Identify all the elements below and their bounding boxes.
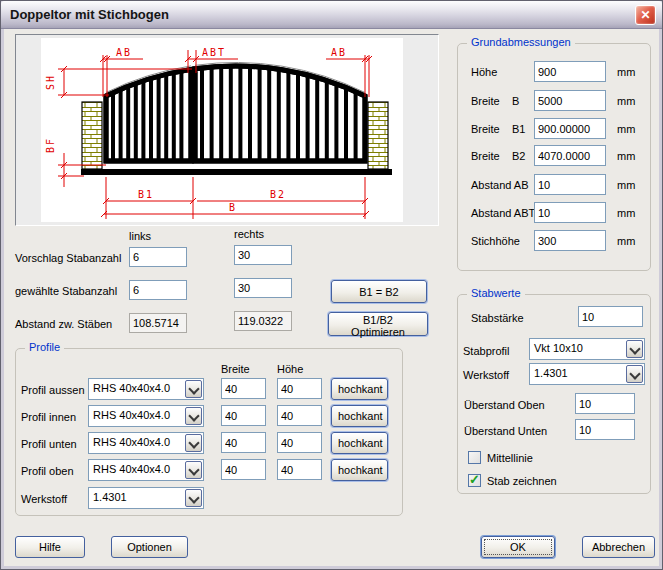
abstand-staeben-rechts-field [234, 311, 292, 331]
profil-unten-value: RHS 40x40x4.0 [93, 436, 170, 448]
profil-unten-combobox[interactable]: RHS 40x40x4.0 [88, 432, 204, 454]
stab-zeichnen-checkbox[interactable]: ✓ [468, 474, 481, 487]
title-bar[interactable]: Doppeltor mit Stichbogen ✕ [1, 1, 662, 29]
ueberstand-unten-input[interactable] [575, 419, 635, 440]
breite-b-input[interactable] [534, 90, 606, 111]
column-header-rechts: rechts [234, 227, 264, 241]
window-title: Doppeltor mit Stichbogen [10, 7, 169, 22]
profile-col-breite: Breite [221, 362, 250, 376]
close-button[interactable]: ✕ [635, 5, 656, 25]
gate-preview: SH BF AB ABT AB B1 B2 B [15, 34, 439, 226]
gewaehlte-stabanzahl-rechts-input[interactable] [234, 278, 292, 298]
hoehe-input[interactable] [534, 61, 606, 82]
stabprofil-dropdown-button[interactable] [626, 340, 643, 358]
grundabmessungen-group-title: Grundabmessungen [467, 36, 575, 48]
dim-sh-label: SH [45, 74, 56, 90]
profil-aussen-label: Profil aussen [21, 383, 85, 397]
breite-b-label: Breite B [471, 94, 519, 108]
profil-unten-hoehe-input[interactable] [277, 432, 322, 453]
abbrechen-button[interactable]: Abbrechen [582, 536, 655, 558]
profil-innen-breite-input[interactable] [221, 405, 266, 426]
breite-b2-input[interactable] [534, 145, 606, 166]
profil-aussen-hochkant-button[interactable]: hochkant [331, 378, 388, 400]
optionen-button[interactable]: Optionen [111, 536, 188, 558]
hilfe-button[interactable]: Hilfe [15, 536, 85, 558]
profil-aussen-value: RHS 40x40x4.0 [93, 382, 170, 394]
dim-ab-right-label: AB [331, 47, 347, 58]
hoehe-label: Höhe [471, 65, 497, 79]
profil-unten-dropdown-button[interactable] [185, 434, 202, 452]
abstand-ab-input[interactable] [534, 174, 606, 195]
stabstaerke-label: Stabstärke [471, 311, 524, 325]
dim-abt-label: ABT [202, 47, 226, 58]
profil-oben-hochkant-button[interactable]: hochkant [331, 459, 388, 481]
left-pillar [82, 102, 102, 169]
ok-button[interactable]: OK [481, 536, 555, 558]
stichhoehe-unit: mm [617, 234, 635, 248]
b1-b2-optimieren-button[interactable]: B1/B2 Optimieren [328, 312, 428, 336]
abstand-ab-label: Abstand AB [471, 178, 529, 192]
abstand-abt-input[interactable] [534, 202, 606, 223]
stabprofil-combobox[interactable]: Vkt 10x10 [529, 338, 645, 360]
stab-zeichnen-label: Stab zeichnen [487, 474, 557, 488]
dim-bf-label: BF [45, 137, 56, 153]
abstand-ab-unit: mm [617, 178, 635, 192]
profil-oben-hoehe-input[interactable] [277, 459, 322, 480]
profil-oben-combobox[interactable]: RHS 40x40x4.0 [88, 459, 204, 481]
gate-drawing: SH BF AB ABT AB B1 B2 B [16, 35, 438, 225]
vorschlag-stabanzahl-rechts-input[interactable] [234, 245, 292, 265]
ueberstand-oben-label: Überstand Oben [464, 398, 545, 412]
breite-b1-unit: mm [617, 122, 635, 136]
stabprofil-label: Stabprofil [463, 344, 509, 358]
stabwerte-werkstoff-dropdown-button[interactable] [626, 365, 643, 383]
dim-b1-label: B1 [138, 189, 154, 200]
dim-ab-left-label: AB [116, 47, 132, 58]
profil-aussen-hoehe-input[interactable] [277, 378, 322, 399]
abstand-staeben-links-field [129, 313, 187, 333]
profil-innen-dropdown-button[interactable] [185, 407, 202, 425]
profil-innen-hochkant-button[interactable]: hochkant [331, 405, 388, 427]
breite-b2-unit: mm [617, 149, 635, 163]
mittellinie-checkbox[interactable]: ✓ [468, 451, 481, 464]
profile-werkstoff-combobox[interactable]: 1.4301 [88, 487, 204, 509]
stabwerte-group-title: Stabwerte [467, 287, 525, 299]
profil-oben-breite-input[interactable] [221, 459, 266, 480]
ueberstand-oben-input[interactable] [575, 393, 635, 414]
profil-aussen-dropdown-button[interactable] [185, 380, 202, 398]
stichhoehe-input[interactable] [534, 230, 606, 251]
breite-b1-input[interactable] [534, 118, 606, 139]
stabprofil-value: Vkt 10x10 [534, 342, 583, 354]
chevron-down-icon [188, 464, 199, 475]
vorschlag-stabanzahl-links-input[interactable] [129, 247, 187, 267]
checkmark-icon: ✓ [469, 472, 480, 487]
profil-unten-hochkant-button[interactable]: hochkant [331, 432, 388, 454]
profile-werkstoff-dropdown-button[interactable] [185, 489, 202, 507]
profil-oben-value: RHS 40x40x4.0 [93, 463, 170, 475]
gewaehlte-stabanzahl-links-input[interactable] [129, 280, 187, 300]
profil-unten-breite-input[interactable] [221, 432, 266, 453]
profil-aussen-breite-input[interactable] [221, 378, 266, 399]
chevron-down-icon [188, 492, 199, 503]
profil-oben-dropdown-button[interactable] [185, 461, 202, 479]
abstand-staeben-label: Abstand zw. Stäben [15, 317, 112, 331]
profil-innen-combobox[interactable]: RHS 40x40x4.0 [88, 405, 204, 427]
ground-line [81, 169, 392, 175]
stabstaerke-input[interactable] [578, 306, 643, 327]
stichhoehe-label: Stichhöhe [471, 234, 520, 248]
profil-oben-label: Profil oben [21, 464, 74, 478]
dim-b2-label: B2 [270, 189, 286, 200]
stabwerte-werkstoff-value: 1.4301 [534, 367, 568, 379]
chevron-down-icon [188, 437, 199, 448]
mittellinie-label: Mittellinie [487, 451, 533, 465]
chevron-down-icon [629, 343, 640, 354]
chevron-down-icon [188, 383, 199, 394]
b1-equals-b2-button[interactable]: B1 = B2 [331, 280, 427, 303]
profile-col-hoehe: Höhe [277, 362, 303, 376]
breite-b2-label: Breite B2 [471, 149, 525, 163]
right-pillar [368, 102, 388, 169]
profil-aussen-combobox[interactable]: RHS 40x40x4.0 [88, 378, 204, 400]
breite-b-unit: mm [617, 94, 635, 108]
chevron-down-icon [629, 368, 640, 379]
profil-innen-hoehe-input[interactable] [277, 405, 322, 426]
stabwerte-werkstoff-combobox[interactable]: 1.4301 [529, 363, 645, 385]
